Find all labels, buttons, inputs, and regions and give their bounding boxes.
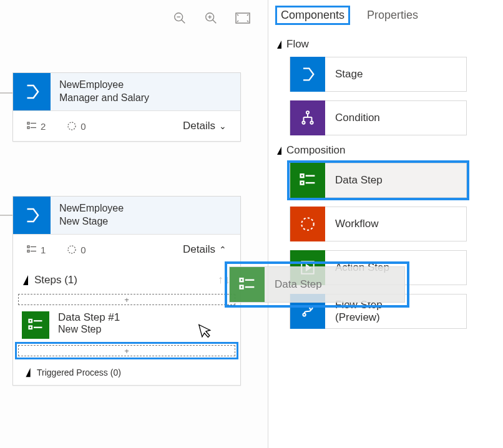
triggers-count-value: 0 [81,121,85,132]
component-data-step[interactable]: Data Step [290,163,467,198]
svg-point-33 [301,218,314,230]
zoom-in-icon[interactable] [204,11,218,25]
connector-stub [0,92,12,94]
stage-stats-row: 2 0 Details ⌄ [13,111,240,141]
workflow-icon [290,207,325,241]
svg-point-22 [306,111,309,114]
svg-rect-8 [27,122,29,124]
fade-mask [12,399,241,418]
canvas-toolbar [173,11,250,25]
component-stage[interactable]: Stage [290,57,467,92]
steps-count-value: 2 [41,121,46,132]
svg-point-37 [310,306,312,309]
reorder-arrows-icon[interactable]: ↑↓ [218,273,232,286]
component-action-step[interactable]: Action Step [290,250,467,285]
stage-name: Manager and Salary [59,92,149,105]
svg-marker-35 [306,265,311,271]
dropzone-after[interactable]: + [18,345,235,356]
svg-point-17 [68,246,76,253]
svg-rect-29 [301,174,304,177]
stage-icon [13,197,51,234]
stage-name: New Stage [59,215,124,228]
dropzone-before[interactable]: + [18,294,235,305]
component-label: Stage [325,68,363,80]
svg-point-28 [310,121,313,124]
triggered-process-label: Triggered Process (0) [37,368,121,377]
triggers-count-value: 0 [81,245,85,255]
details-toggle[interactable]: Details ⌄ [183,120,227,132]
details-label: Details [183,120,215,132]
component-condition[interactable]: Condition [290,100,467,135]
collapse-icon [277,147,281,155]
stage-card-new-stage[interactable]: NewEmployee New Stage 1 0 Details ⌃ [12,196,241,386]
flow-step-icon [290,294,325,329]
chevron-up-icon: ⌃ [219,245,227,255]
condition-icon [290,100,325,135]
steps-count-value: 1 [41,245,46,255]
svg-rect-31 [301,182,304,185]
connector-stub [0,215,12,216]
tab-properties[interactable]: Properties [363,7,422,23]
panel-tabs: Components Properties [277,6,494,29]
svg-rect-15 [27,250,29,252]
svg-line-4 [213,20,217,24]
component-label: Action Step [325,261,389,274]
svg-line-1 [182,20,185,24]
svg-rect-20 [29,326,32,329]
stage-entity: NewEmployee [59,202,124,215]
details-label: Details [183,243,215,256]
stage-entity: NewEmployee [59,79,149,92]
data-step-icon [22,311,49,339]
svg-point-27 [302,121,305,124]
steps-header[interactable]: Steps (1) ↑↓ [18,270,235,293]
components-panel: Components Properties Flow Stage Conditi… [268,0,503,448]
data-step-icon [290,163,325,198]
group-header-composition[interactable]: Composition [277,144,494,157]
component-label: Condition [325,112,380,124]
stage-header[interactable]: NewEmployee New Stage [13,197,240,235]
step-title: Data Step #1 [58,311,120,324]
stage-card-manager-salary[interactable]: NewEmployee Manager and Salary 2 0 Detai… [12,72,241,142]
component-label: Data Step [325,174,383,187]
action-step-icon [290,250,325,285]
step-item-data-step-1[interactable]: Data Step #1 New Step [18,311,235,344]
dropzone-plus: + [124,295,129,304]
stage-stats-row: 1 0 Details ⌃ [13,235,240,265]
component-flow-step[interactable]: Flow Step (Preview) [290,294,467,329]
svg-rect-13 [27,246,29,248]
svg-point-12 [68,122,76,130]
group-label: Flow [286,38,309,51]
collapse-icon [26,368,30,377]
stage-header[interactable]: NewEmployee Manager and Salary [13,73,240,111]
zoom-out-icon[interactable] [173,11,187,25]
design-canvas[interactable]: NewEmployee Manager and Salary 2 0 Detai… [0,0,268,448]
group-header-flow[interactable]: Flow [277,38,494,51]
component-label: Workflow [325,218,379,230]
triggers-count: 0 [67,245,85,255]
svg-rect-18 [29,319,32,323]
steps-section: Steps (1) ↑↓ + Data Step #1 New Step [13,265,240,385]
stage-icon [13,73,51,110]
step-subtitle: New Step [58,324,120,335]
svg-rect-10 [27,127,29,129]
group-label: Composition [286,144,346,157]
triggers-count: 0 [67,121,85,132]
tab-components[interactable]: Components [277,7,348,23]
dropzone-plus: + [124,346,129,356]
details-toggle[interactable]: Details ⌃ [183,243,227,256]
steps-count: 2 [27,121,46,132]
triggered-process-header[interactable]: Triggered Process (0) [18,363,235,377]
svg-point-36 [303,313,305,316]
component-label: Flow Step (Preview) [325,299,383,324]
stage-icon [290,57,325,92]
steps-header-label: Steps (1) [34,274,77,286]
collapse-icon [277,41,281,49]
steps-count: 1 [27,245,46,255]
collapse-icon [23,275,28,285]
fit-screen-icon[interactable] [235,12,250,24]
component-workflow[interactable]: Workflow [290,207,467,241]
chevron-down-icon: ⌄ [219,121,227,131]
